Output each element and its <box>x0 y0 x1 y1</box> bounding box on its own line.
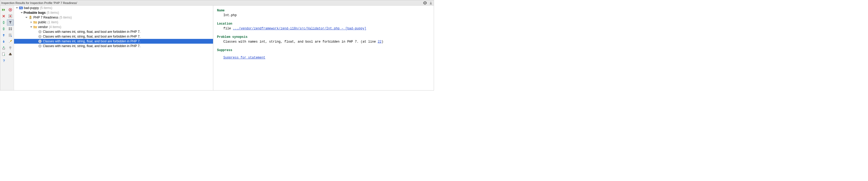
location-link[interactable]: .../vendor/zendframework/zend-i18n/src/V… <box>233 27 366 30</box>
export-icon[interactable] <box>0 45 7 51</box>
item-count: (5 items) <box>46 11 59 14</box>
svg-rect-28 <box>40 45 40 46</box>
content: ? PS bad-puppy (5 items) Probable bugs (… <box>0 5 434 90</box>
tree-folder-vendor[interactable]: vendor (4 items) <box>14 25 213 29</box>
svg-rect-27 <box>40 46 40 47</box>
inspection-window: Inspection Results for Inspection Profil… <box>0 0 434 90</box>
autoscroll-icon[interactable] <box>7 32 14 38</box>
tree-label: vendor <box>38 25 48 29</box>
tree-label: public <box>38 20 46 24</box>
item-count: (5 items) <box>40 6 53 10</box>
detail-location-value: file .../vendor/zendframework/zend-i18n/… <box>217 26 430 31</box>
item-count: (5 items) <box>60 16 72 19</box>
folder-icon <box>33 26 37 29</box>
folder-icon <box>33 21 37 24</box>
svg-rect-19 <box>40 31 40 31</box>
problem-text: Classes with names int, string, float, a… <box>43 44 141 48</box>
previous-icon[interactable] <box>0 32 7 38</box>
svg-rect-6 <box>10 28 12 29</box>
tree-label: PHP 7 Readiness <box>33 16 59 19</box>
detail-name-value: Int.php <box>217 13 430 18</box>
next-icon[interactable] <box>0 38 7 45</box>
chevron-down-icon[interactable] <box>15 7 19 9</box>
filter-icon[interactable] <box>7 19 14 26</box>
left-toolbar: ? <box>0 5 14 90</box>
synopsis-close: ) <box>381 40 383 44</box>
help-icon[interactable]: ? <box>0 57 7 64</box>
synopsis-text: Classes with names int, string, float, a… <box>217 39 430 44</box>
minimize-icon[interactable] <box>429 1 433 5</box>
detail-heading: Location <box>217 22 430 26</box>
settings-icon[interactable] <box>7 38 14 45</box>
info-icon <box>38 35 42 38</box>
svg-text:PS: PS <box>20 7 22 9</box>
detail-synopsis: Problem synopsis Classes with names int,… <box>217 35 430 44</box>
gear-icon[interactable] <box>423 1 427 5</box>
collapse-all-icon[interactable] <box>0 26 7 32</box>
svg-rect-15 <box>30 16 31 17</box>
group-by-module-icon[interactable] <box>7 26 14 32</box>
detail-heading: Name <box>217 8 430 13</box>
svg-rect-3 <box>9 16 11 17</box>
chevron-down-icon[interactable] <box>20 12 24 14</box>
problem-text: Classes with names int, string, float, a… <box>43 35 141 38</box>
svg-rect-21 <box>40 36 40 37</box>
titlebar-actions <box>423 1 433 5</box>
tree-root[interactable]: PS bad-puppy (5 items) <box>14 5 213 10</box>
info-icon <box>38 44 42 48</box>
svg-point-9 <box>9 42 9 43</box>
tree-problem-item[interactable]: Classes with names int, string, float, a… <box>14 34 213 39</box>
chevron-right-icon[interactable] <box>29 21 33 23</box>
svg-rect-24 <box>40 41 40 42</box>
window-title: Inspection Results for Inspection Profil… <box>1 1 423 4</box>
synopsis-body: Classes with names int, string, float, a… <box>223 40 378 44</box>
detail-location: Location file .../vendor/zendframework/z… <box>217 22 430 31</box>
bulb-icon[interactable] <box>7 45 14 51</box>
project-icon: PS <box>19 6 23 9</box>
fedora-icon[interactable] <box>7 51 14 57</box>
chevron-down-icon[interactable] <box>25 17 28 19</box>
tree-inspection[interactable]: PHP 7 Readiness (5 items) <box>14 15 213 20</box>
detail-name: Name Int.php <box>217 8 430 18</box>
svg-rect-18 <box>40 31 40 33</box>
item-count: (4 items) <box>49 25 61 29</box>
detail-suppress: Suppress Suppress for statement <box>217 48 430 60</box>
svg-rect-25 <box>40 40 40 41</box>
inspection-icon <box>28 16 33 19</box>
problem-text: Classes with names int, string, float, a… <box>43 39 141 43</box>
close-icon[interactable] <box>0 13 7 19</box>
tree-problem-item-selected[interactable]: Classes with names int, string, float, a… <box>14 39 213 44</box>
tree-folder-public[interactable]: public (1 item) <box>14 20 213 25</box>
tree-label: bad-puppy <box>24 6 39 10</box>
problem-text: Classes with names int, string, float, a… <box>43 30 141 34</box>
location-prefix: file <box>223 27 233 30</box>
filter-square-icon[interactable] <box>7 13 14 19</box>
suppress-link[interactable]: Suppress for statement <box>223 56 265 60</box>
stop-icon[interactable] <box>7 7 14 13</box>
tree-panel[interactable]: PS bad-puppy (5 items) Probable bugs (5 … <box>14 5 213 90</box>
svg-rect-1 <box>10 9 11 10</box>
svg-rect-7 <box>10 29 12 30</box>
chevron-down-icon[interactable] <box>29 26 33 28</box>
expand-all-icon[interactable] <box>0 19 7 26</box>
detail-heading: Problem synopsis <box>217 35 430 39</box>
tree-category[interactable]: Probable bugs (5 items) <box>14 10 213 15</box>
tree-label: Probable bugs <box>24 11 45 14</box>
detail-heading: Suppress <box>217 48 430 53</box>
info-icon <box>38 30 42 33</box>
svg-rect-4 <box>9 28 10 29</box>
edit-file-icon[interactable] <box>0 51 7 57</box>
empty-cell <box>7 57 14 64</box>
tree-problem-item[interactable]: Classes with names int, string, float, a… <box>14 29 213 34</box>
svg-rect-5 <box>9 29 10 30</box>
rerun-icon[interactable] <box>0 7 7 13</box>
svg-rect-10 <box>2 53 4 56</box>
svg-text:?: ? <box>3 59 5 62</box>
suppress-actions: Suppress for statement <box>217 55 430 60</box>
info-icon <box>38 40 42 43</box>
svg-rect-22 <box>40 36 40 36</box>
tree-problem-item[interactable]: Classes with names int, string, float, a… <box>14 44 213 49</box>
item-count: (1 item) <box>48 20 58 24</box>
titlebar: Inspection Results for Inspection Profil… <box>0 0 434 5</box>
line-link[interactable]: 22 <box>378 40 381 44</box>
